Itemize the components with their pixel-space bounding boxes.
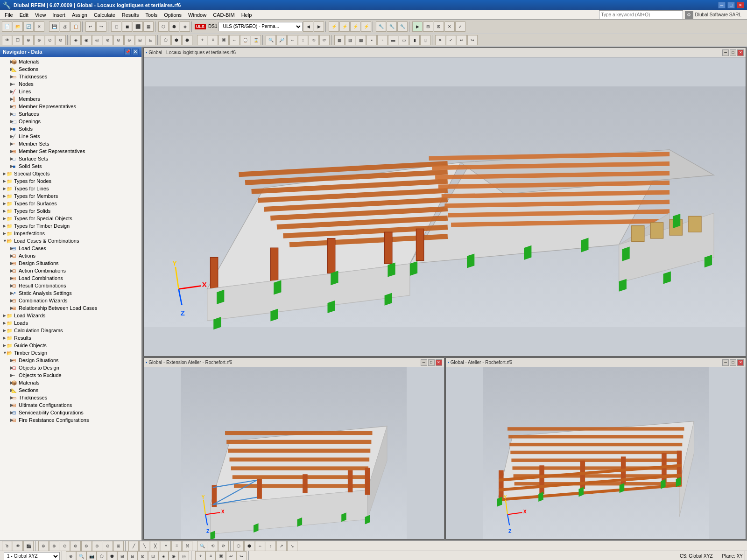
tree-toggle[interactable]: ▶: [0, 149, 10, 154]
tb2-d2[interactable]: ⬢: [171, 35, 182, 45]
tree-item[interactable]: ▶⊞Relationship Between Load Cases: [0, 304, 141, 312]
tree-toggle[interactable]: ▶: [0, 97, 10, 101]
bt-f1[interactable]: ⬡: [233, 541, 244, 551]
bt-d1[interactable]: ╱: [128, 541, 139, 551]
menu-view[interactable]: View: [32, 11, 49, 19]
status-icon-9[interactable]: ⊡: [148, 551, 158, 560]
tb-b1[interactable]: ◻: [111, 21, 121, 32]
tb2-e6[interactable]: ⌛: [251, 35, 261, 45]
navigator-body[interactable]: ▶📦Materials▶📐Sections▶▭Thicknesses▶•Node…: [0, 57, 141, 540]
menu-tools[interactable]: Tools: [142, 11, 160, 19]
status-icon-7[interactable]: ⊟: [127, 551, 138, 560]
tree-toggle[interactable]: ▶: [0, 306, 10, 310]
tb2-c3[interactable]: ◎: [92, 35, 102, 45]
tree-item[interactable]: ▶⊟Combination Wizards: [0, 297, 141, 304]
tree-toggle[interactable]: ▶: [0, 119, 10, 124]
tree-toggle[interactable]: ▶: [0, 224, 6, 228]
close-button[interactable]: ✕: [737, 2, 744, 8]
minimize-button[interactable]: ─: [718, 2, 726, 8]
tree-toggle[interactable]: ▶: [0, 403, 10, 407]
menu-options[interactable]: Options: [161, 11, 184, 19]
tree-toggle[interactable]: ▶: [0, 59, 10, 64]
viewport-bl-canvas[interactable]: X Y Z: [144, 367, 444, 539]
tree-toggle[interactable]: ▶: [0, 82, 10, 86]
bt-f5[interactable]: ↗: [276, 541, 287, 551]
tree-toggle[interactable]: ▶: [0, 156, 10, 161]
tree-item[interactable]: ▼📂Load Cases & Combinations: [0, 237, 141, 245]
tb-redo[interactable]: ↪: [96, 21, 106, 32]
viewport-top-minimize[interactable]: ─: [722, 49, 729, 56]
tree-toggle[interactable]: ▶: [0, 276, 10, 280]
tree-item[interactable]: ▶□Surfaces: [0, 110, 141, 118]
tb-d1[interactable]: ⚡: [329, 21, 339, 32]
bt-c7[interactable]: ⊝: [103, 541, 113, 551]
tb-print[interactable]: 🖨: [60, 21, 70, 32]
tb2-h3[interactable]: ↩: [457, 35, 467, 45]
tree-toggle[interactable]: ▶: [0, 343, 6, 348]
tree-item[interactable]: ▶⊟Load Combinations: [0, 274, 141, 282]
menu-window[interactable]: Window: [185, 11, 209, 19]
bt-b1[interactable]: 🖱: [2, 541, 12, 551]
tree-item[interactable]: ▶📁Loads: [0, 319, 141, 327]
tree-toggle[interactable]: ▶: [0, 410, 10, 415]
tb2-f4[interactable]: ↕: [298, 35, 308, 45]
tb2-g7[interactable]: ▭: [399, 35, 409, 45]
tree-toggle[interactable]: ▶: [0, 112, 10, 116]
tb-undo[interactable]: ↩: [85, 21, 96, 32]
tree-toggle[interactable]: ▶: [0, 104, 10, 109]
tree-item[interactable]: ▶📁Types for Solids: [0, 207, 141, 215]
tree-item[interactable]: ▶⊟Ultimate Configurations: [0, 401, 141, 409]
tree-toggle[interactable]: ▶: [0, 298, 10, 303]
tree-item[interactable]: ▶📁Guide Objects: [0, 342, 141, 349]
tb-b2[interactable]: ◼: [122, 21, 132, 32]
menu-cadbim[interactable]: CAD-BIM: [210, 11, 237, 19]
tree-toggle[interactable]: ▶: [0, 395, 10, 400]
menu-results[interactable]: Results: [119, 11, 142, 19]
tree-item[interactable]: ▶📁Types for Members: [0, 192, 141, 200]
menu-assign[interactable]: Assign: [69, 11, 90, 19]
status-icon-14[interactable]: ⌗: [205, 551, 216, 560]
tree-item[interactable]: ▶⊟Actions: [0, 252, 141, 259]
tb2-f1[interactable]: 🔍: [266, 35, 276, 45]
menu-insert[interactable]: Insert: [49, 11, 68, 19]
tb-open[interactable]: 📂: [13, 21, 23, 32]
tree-item[interactable]: ▶╱Lines: [0, 88, 141, 95]
viewport-bottom-right[interactable]: ▪ Global - Atelier - Rochefort.rf6 ─ □ ✕: [445, 357, 747, 539]
status-icon-6[interactable]: ⊞: [117, 551, 127, 560]
tree-item[interactable]: ▶📦Materials: [0, 58, 141, 65]
status-icon-13[interactable]: ⌖: [195, 551, 205, 560]
coordinate-system-select[interactable]: 1 - Global XYZ: [4, 552, 60, 560]
tree-item[interactable]: ▶📁Special Objects: [0, 170, 141, 177]
tree-item[interactable]: ▶□Surface Sets: [0, 155, 141, 162]
tree-item[interactable]: ▶⊡Objects to Design: [0, 364, 141, 371]
tb2-g1[interactable]: ▦: [334, 35, 345, 45]
tree-toggle[interactable]: ▶: [0, 186, 6, 191]
bt-c4[interactable]: ⊚: [70, 541, 81, 551]
status-icon-17[interactable]: ↪: [236, 551, 247, 560]
tb2-b5[interactable]: ⊙: [45, 35, 55, 45]
tree-toggle[interactable]: ▶: [0, 321, 6, 325]
bt-d4[interactable]: ⌖: [161, 541, 171, 551]
tree-item[interactable]: ▶≡Member Sets: [0, 140, 141, 147]
tb-close[interactable]: ✕: [34, 21, 44, 32]
tree-item[interactable]: ▶⊟Design Situations: [0, 357, 141, 364]
tb-e2[interactable]: 🔧: [387, 21, 397, 32]
tb2-e3[interactable]: ⌘: [218, 35, 229, 45]
tree-toggle[interactable]: ▼: [0, 350, 6, 355]
status-icon-5[interactable]: ⬢: [107, 551, 117, 560]
bt-b3[interactable]: 🎬: [23, 541, 34, 551]
tree-toggle[interactable]: ▶: [0, 418, 10, 422]
tree-item[interactable]: ▶📁Results: [0, 334, 141, 342]
tb-f2[interactable]: ⊠: [434, 21, 444, 32]
tree-item[interactable]: ▶■Solids: [0, 125, 141, 133]
bt-d5[interactable]: ⌗: [171, 541, 182, 551]
bt-c8[interactable]: ⊞: [113, 541, 124, 551]
tb-f4[interactable]: ✓: [455, 21, 465, 32]
viewport-br-minimize[interactable]: ─: [722, 359, 729, 366]
tb2-h1[interactable]: ✕: [435, 35, 445, 45]
tree-toggle[interactable]: ▶: [0, 328, 6, 333]
viewport-bl-minimize[interactable]: ─: [421, 359, 427, 366]
tb2-g5[interactable]: ▫: [377, 35, 388, 45]
tree-item[interactable]: ▶⊟Serviceability Configurations: [0, 409, 141, 416]
tb-b3[interactable]: ⬛: [133, 21, 143, 32]
